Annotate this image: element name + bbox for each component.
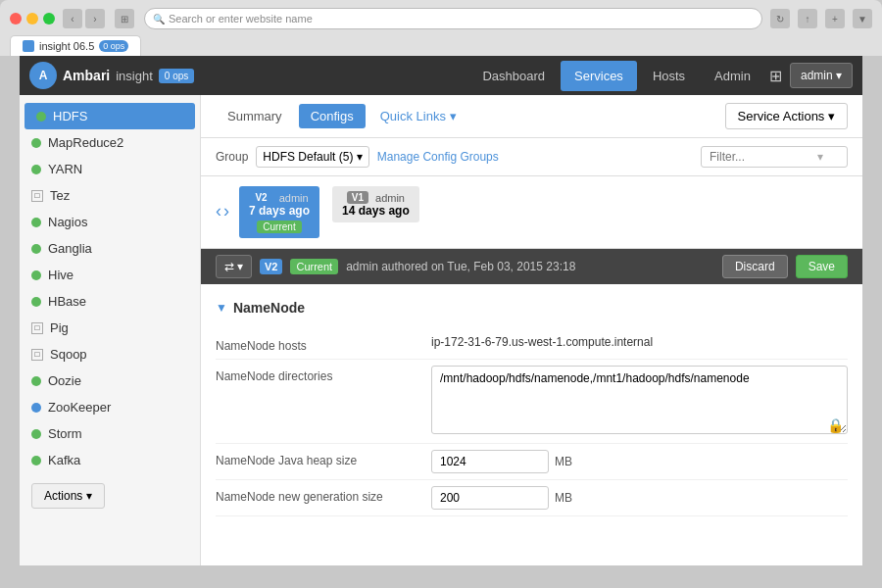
actions-button[interactable]: Actions ▾ (31, 483, 105, 509)
version-prev-button[interactable]: ‹ (216, 201, 221, 221)
nav-admin[interactable]: Admin (701, 61, 764, 91)
icon-box-sqoop: □ (31, 349, 43, 361)
forward-button[interactable]: › (85, 9, 105, 28)
sidebar-item-label: Ganglia (48, 241, 92, 256)
minimize-button[interactable] (26, 13, 38, 24)
group-label: Group (216, 150, 248, 164)
status-dot-ganglia (31, 244, 41, 254)
discard-button[interactable]: Discard (722, 255, 788, 278)
config-row-namenode-hosts: NameNode hosts ip-172-31-6-79.us-west-1.… (216, 329, 848, 360)
grid-icon[interactable]: ⊞ (769, 67, 782, 85)
status-dot-mapreduce2 (31, 138, 41, 148)
compare-icon: ⇄ (224, 260, 234, 273)
current-badge: Current (257, 220, 301, 233)
quick-links[interactable]: Quick Links ▾ (380, 109, 457, 123)
app-name: Ambari (63, 68, 110, 83)
filter-dropdown-icon[interactable]: ▾ (817, 150, 823, 164)
maximize-button[interactable] (43, 13, 55, 24)
sidebar-item-mapreduce2[interactable]: MapReduce2 (20, 129, 200, 156)
config-label-namenode-hosts: NameNode hosts (216, 335, 431, 353)
section-collapse-icon[interactable]: ▼ (216, 301, 227, 315)
tab-badge: 0 ops (99, 40, 128, 52)
config-content: ▼ NameNode NameNode hosts ip-172-31-6-79… (201, 284, 862, 526)
manage-config-groups-link[interactable]: Manage Config Groups (377, 150, 499, 164)
version-nav-arrows: ‹ › (216, 201, 229, 221)
sidebar-item-label: Kafka (48, 453, 80, 467)
icon-box-pig: □ (31, 322, 43, 334)
compare-button[interactable]: ⇄ ▾ (216, 255, 252, 278)
version-next-button[interactable]: › (223, 201, 229, 221)
version-block-v1[interactable]: V1 admin 14 days ago (332, 186, 419, 222)
heap-size-input[interactable] (431, 450, 549, 473)
admin-button[interactable]: admin ▾ (790, 63, 853, 88)
sidebar-item-hive[interactable]: Hive (20, 262, 200, 288)
sidebar-item-hbase[interactable]: HBase (20, 288, 200, 315)
sidebar-item-zookeeper[interactable]: ZooKeeper (20, 394, 200, 420)
browser-nav: ‹ › (63, 9, 105, 28)
sidebar-item-yarn[interactable]: YARN (20, 156, 200, 182)
env-name: insight (116, 69, 153, 83)
config-label-heap-size: NameNode Java heap size (216, 450, 431, 467)
sidebar-item-label: Storm (48, 426, 82, 441)
sidebar-item-ganglia[interactable]: Ganglia (20, 235, 200, 262)
sidebar-item-label: YARN (48, 162, 82, 176)
sidebar-item-oozie[interactable]: Oozie (20, 368, 200, 394)
sidebar-item-label: Tez (50, 188, 70, 203)
config-toolbar: ⇄ ▾ V2 Current admin authored on Tue, Fe… (201, 249, 862, 284)
version-block-v2[interactable]: V2 admin 7 days ago Current (239, 186, 319, 238)
content-area: Summary Configs Quick Links ▾ Service Ac… (201, 95, 862, 565)
status-dot-nagios (31, 218, 41, 227)
nav-dashboard[interactable]: Dashboard (468, 61, 559, 91)
filter-input[interactable] (710, 150, 817, 164)
sidebar-item-storm[interactable]: Storm (20, 420, 200, 447)
sidebar-actions: Actions ▾ (20, 473, 200, 518)
new-tab-button[interactable]: + (825, 9, 845, 28)
heap-size-unit: MB (555, 455, 572, 468)
status-dot-hive (31, 270, 41, 280)
address-bar[interactable]: 🔍 Search or enter website name (144, 8, 762, 29)
section-title: NameNode (233, 300, 305, 316)
gen-size-input[interactable] (431, 486, 549, 510)
view-toggle-button[interactable]: ⊞ (115, 9, 134, 28)
refresh-button[interactable]: ↻ (770, 9, 790, 28)
nav-services[interactable]: Services (561, 61, 637, 91)
tab-favicon (23, 40, 34, 52)
status-dot-hbase (31, 297, 41, 307)
share-button[interactable]: ↑ (798, 9, 817, 28)
quick-links-label: Quick Links ▾ (380, 109, 457, 123)
sidebar-item-tez[interactable]: □ Tez (20, 182, 200, 209)
sidebar-item-pig[interactable]: □ Pig (20, 315, 200, 341)
v1-tag: V1 (347, 191, 368, 204)
tab-configs[interactable]: Configs (299, 104, 366, 128)
service-actions-button[interactable]: Service Actions ▾ (725, 103, 849, 129)
env-badge: 0 ops (159, 69, 194, 83)
close-button[interactable] (10, 13, 22, 24)
app-logo: A (29, 62, 57, 89)
status-dot-oozie (31, 376, 41, 386)
nav-hosts[interactable]: Hosts (639, 61, 699, 91)
group-select[interactable]: HDFS Default (5) ▾ (256, 146, 368, 168)
sidebar-item-label: Oozie (48, 373, 81, 388)
back-button[interactable]: ‹ (63, 9, 82, 28)
save-button[interactable]: Save (796, 255, 848, 278)
download-button[interactable]: ▼ (853, 9, 872, 28)
sidebar-item-label: Pig (50, 320, 69, 335)
sidebar-item-nagios[interactable]: Nagios (20, 209, 200, 235)
v2-tag: V2 (250, 191, 271, 204)
sidebar-item-label: MapReduce2 (48, 135, 123, 150)
address-placeholder: Search or enter website name (169, 13, 313, 24)
sidebar-item-sqoop[interactable]: □ Sqoop (20, 341, 200, 368)
main-layout: HDFS MapReduce2 YARN □ Tez Nagios Gangli… (20, 95, 862, 565)
compare-dropdown-icon: ▾ (237, 260, 243, 273)
browser-tab[interactable]: insight 06.5 0 ops (10, 35, 141, 56)
service-actions-label: Service Actions ▾ (738, 109, 836, 123)
namenode-dirs-textarea[interactable]: /mnt/hadoop/hdfs/namenode,/mnt1/hadoop/h… (431, 366, 848, 434)
version-bar: ‹ › V2 admin 7 days ago Current V1 admin (201, 176, 862, 249)
sidebar-item-kafka[interactable]: Kafka (20, 447, 200, 473)
browser-tabs: insight 06.5 0 ops (10, 35, 872, 56)
sidebar-item-label: HDFS (53, 109, 87, 123)
sidebar-item-label: Hive (48, 268, 74, 282)
toolbar-version-tag: V2 (260, 259, 282, 274)
sidebar-item-hdfs[interactable]: HDFS (24, 103, 195, 129)
tab-summary[interactable]: Summary (216, 104, 294, 128)
